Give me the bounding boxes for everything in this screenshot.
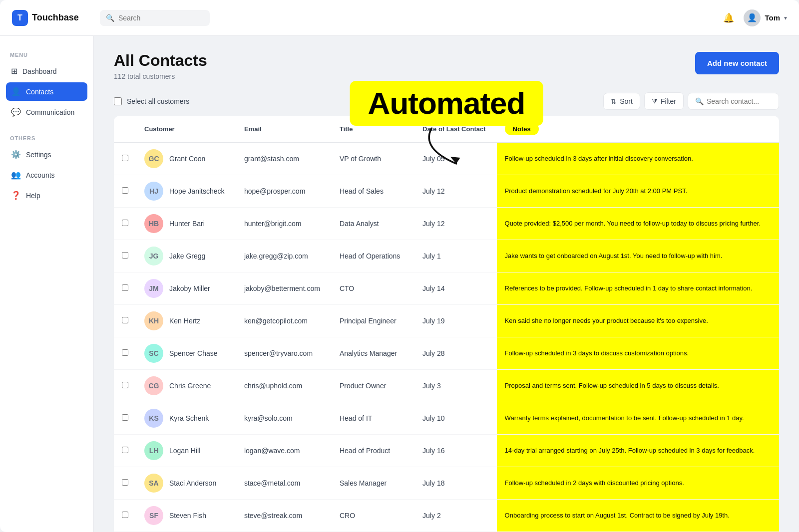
sort-button[interactable]: ⇅ Sort xyxy=(603,93,640,110)
date-cell: July 3 xyxy=(414,370,497,402)
col-header-customer: Customer xyxy=(136,116,236,143)
customer-cell: LH Logan Hill xyxy=(136,435,236,467)
sidebar-item-label: Settings xyxy=(26,151,51,159)
search-bar[interactable]: 🔍 xyxy=(100,10,210,26)
select-all-checkbox[interactable] xyxy=(114,97,122,105)
title-cell: CRO xyxy=(332,500,414,532)
row-checkbox-cell xyxy=(114,143,136,175)
automated-badge-container: Automated xyxy=(350,81,543,169)
row-checkbox[interactable] xyxy=(122,187,128,194)
avatar: LH xyxy=(144,441,163,460)
customer-cell: JM Jakoby Miller xyxy=(136,272,236,305)
table-row: JM Jakoby Miller jakoby@betterment.com C… xyxy=(114,272,779,305)
note-text: References to be provided. Follow-up sch… xyxy=(505,284,753,292)
row-checkbox-cell xyxy=(114,305,136,337)
title-cell: Principal Engineer xyxy=(332,305,414,337)
user-area[interactable]: 👤 Tom ▾ xyxy=(744,9,787,26)
note-text: Quote provided: $2,500 per month. You ne… xyxy=(505,220,761,227)
email-cell: hope@prosper.com xyxy=(236,175,332,208)
customer-cell: SA Staci Anderson xyxy=(136,467,236,500)
content-area: Automated All Contacts 112 total custome… xyxy=(94,36,799,532)
customer-name: Kyra Schenk xyxy=(169,414,209,422)
automated-badge: Automated xyxy=(350,81,543,126)
avatar: 👤 xyxy=(744,9,761,26)
arrow-icon xyxy=(416,124,476,169)
avatar: SA xyxy=(144,474,163,493)
note-cell: Warranty terms explained, documentation … xyxy=(497,402,779,435)
avatar: SF xyxy=(144,506,163,525)
date-cell: July 28 xyxy=(414,337,497,370)
page-subtitle: 112 total customers xyxy=(114,72,207,80)
title-cell: Sales Manager xyxy=(332,467,414,500)
note-cell: Jake wants to get onboarded on August 1s… xyxy=(497,240,779,272)
sidebar-item-contacts[interactable]: 👤 Contacts xyxy=(6,82,87,101)
customer-cell: GC Grant Coon xyxy=(136,143,236,175)
email-cell: spencer@tryvaro.com xyxy=(236,337,332,370)
email-cell: jake.gregg@zip.com xyxy=(236,240,332,272)
logo-text: Touchbase xyxy=(32,12,79,23)
table-row: KS Kyra Schenk kyra@solo.com Head of IT … xyxy=(114,402,779,435)
filter-button[interactable]: ⧩ Filter xyxy=(644,92,684,110)
customer-name: Jake Gregg xyxy=(169,252,205,260)
title-cell: Head of IT xyxy=(332,402,414,435)
row-checkbox[interactable] xyxy=(122,512,128,518)
note-text: Follow-up scheduled in 2 days with disco… xyxy=(505,479,684,487)
menu-section-label: MENU xyxy=(6,48,87,60)
email-cell: stace@metal.com xyxy=(236,467,332,500)
row-checkbox[interactable] xyxy=(122,155,128,161)
sidebar-item-label: Help xyxy=(26,192,40,200)
sidebar-item-label: Communication xyxy=(26,108,74,116)
avatar: KH xyxy=(144,311,163,330)
search-contact-area[interactable]: 🔍 xyxy=(688,93,779,110)
row-checkbox-cell xyxy=(114,435,136,467)
search-contact-input[interactable] xyxy=(707,97,772,105)
row-checkbox-cell xyxy=(114,467,136,500)
row-checkbox-cell xyxy=(114,337,136,370)
avatar: SC xyxy=(144,344,163,363)
row-checkbox[interactable] xyxy=(122,220,128,226)
logo-icon: T xyxy=(12,10,28,26)
note-cell: Follow-up scheduled in 2 days with disco… xyxy=(497,467,779,500)
note-cell: Product demonstration scheduled for July… xyxy=(497,175,779,208)
row-checkbox[interactable] xyxy=(122,252,128,259)
email-cell: hunter@brigit.com xyxy=(236,208,332,240)
email-cell: steve@streak.com xyxy=(236,500,332,532)
customer-cell: CG Chris Greene xyxy=(136,370,236,402)
title-cell: Product Owner xyxy=(332,370,414,402)
row-checkbox[interactable] xyxy=(122,284,128,291)
notification-icon[interactable]: 🔔 xyxy=(720,9,738,27)
title-cell: Head of Product xyxy=(332,435,414,467)
sidebar-item-settings[interactable]: ⚙️ Settings xyxy=(6,145,87,164)
sidebar: MENU ⊞ Dashboard 👤 Contacts 💬 Communicat… xyxy=(0,36,94,532)
date-cell: July 12 xyxy=(414,175,497,208)
sidebar-item-communication[interactable]: 💬 Communication xyxy=(6,103,87,121)
customer-name: Jakoby Miller xyxy=(169,284,210,292)
customer-cell: SC Spencer Chase xyxy=(136,337,236,370)
row-checkbox-cell xyxy=(114,370,136,402)
date-cell: July 2 xyxy=(414,500,497,532)
customer-cell: HB Hunter Bari xyxy=(136,208,236,240)
title-cell: Analytics Manager xyxy=(332,337,414,370)
sidebar-item-label: Dashboard xyxy=(22,67,57,75)
row-checkbox[interactable] xyxy=(122,382,128,388)
date-cell: July 19 xyxy=(414,305,497,337)
row-checkbox[interactable] xyxy=(122,479,128,486)
customer-cell: KS Kyra Schenk xyxy=(136,402,236,435)
customer-name: Ken Hertz xyxy=(169,317,200,325)
toolbar-actions: ⇅ Sort ⧩ Filter 🔍 xyxy=(603,92,779,110)
row-checkbox[interactable] xyxy=(122,414,128,421)
date-cell: July 10 xyxy=(414,402,497,435)
row-checkbox[interactable] xyxy=(122,317,128,323)
row-checkbox[interactable] xyxy=(122,349,128,356)
contacts-table: Customer Email Title Date of Last Contac… xyxy=(114,116,779,532)
logo-area: T Touchbase xyxy=(12,10,92,26)
row-checkbox-cell xyxy=(114,500,136,532)
row-checkbox[interactable] xyxy=(122,447,128,453)
sidebar-item-accounts[interactable]: 👥 Accounts xyxy=(6,166,87,184)
sidebar-item-help[interactable]: ❓ Help xyxy=(6,186,87,205)
date-cell: July 12 xyxy=(414,208,497,240)
email-cell: kyra@solo.com xyxy=(236,402,332,435)
search-input[interactable] xyxy=(118,14,204,22)
sidebar-item-dashboard[interactable]: ⊞ Dashboard xyxy=(6,62,87,80)
add-contact-button[interactable]: Add new contact xyxy=(695,52,779,74)
